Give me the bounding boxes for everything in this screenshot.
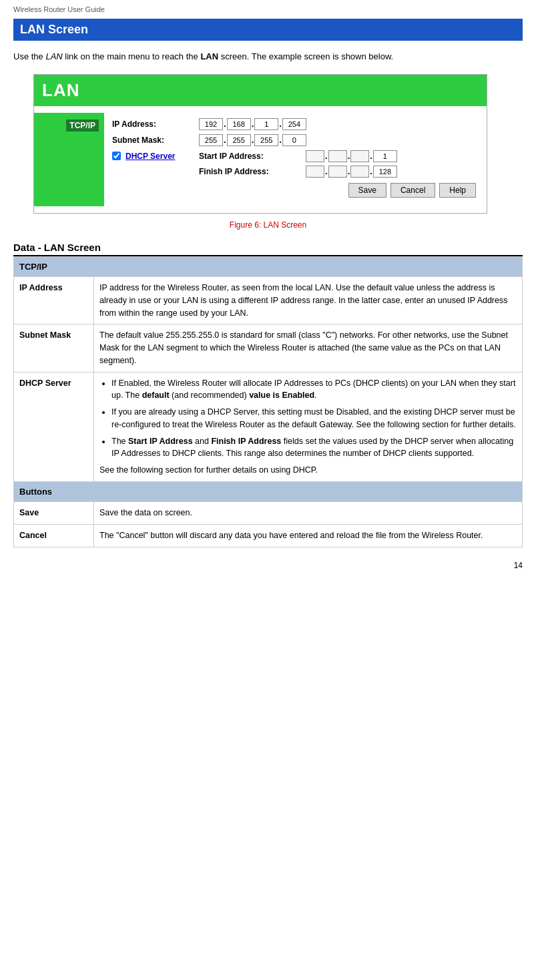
finish-ip-octet-1[interactable] xyxy=(306,166,324,178)
dhcp-server-label[interactable]: DHCP Server xyxy=(125,152,175,161)
ip-octet-1[interactable] xyxy=(199,118,223,130)
section-title: Data - LAN Screen xyxy=(13,242,523,256)
lan-form-area: IP Address: . . . Subnet Mask: . xyxy=(104,113,487,206)
buttons-group-header: Buttons xyxy=(14,481,523,502)
start-ip-octet-2[interactable] xyxy=(328,150,347,162)
subnet-octet-2[interactable] xyxy=(227,134,251,146)
subnet-mask-row: Subnet Mask: . . . xyxy=(112,134,479,146)
ip-address-row-content: IP address for the Wireless Router, as s… xyxy=(94,277,523,324)
tcpip-label-block: TCP/IP xyxy=(34,113,104,206)
finish-ip-label: Finish IP Address: xyxy=(199,167,306,176)
cancel-button[interactable]: Cancel xyxy=(390,183,435,198)
finish-ip-octet-4[interactable] xyxy=(373,166,397,178)
dhcp-server-row: DHCP Server Start IP Address: . . . xyxy=(112,150,479,178)
dhcp-server-row-label: DHCP Server xyxy=(14,372,94,481)
help-button[interactable]: Help xyxy=(439,183,476,198)
dhcp-bullet-3: The Start IP Address and Finish IP Addre… xyxy=(111,435,517,461)
start-ip-row: Start IP Address: . . . xyxy=(199,150,397,162)
dhcp-bullet-2: If you are already using a DHCP Server, … xyxy=(111,406,517,431)
subnet-octet-1[interactable] xyxy=(199,134,223,146)
dhcp-see-also: See the following section for further de… xyxy=(99,464,517,477)
lan-screen-mockup: LAN TCP/IP IP Address: . . . S xyxy=(33,74,487,214)
dhcp-checkbox[interactable] xyxy=(112,152,121,160)
dhcp-left-block: DHCP Server xyxy=(112,150,199,161)
start-ip-label: Start IP Address: xyxy=(199,152,306,161)
start-ip-octet-1[interactable] xyxy=(306,150,324,162)
subnet-mask-label: Subnet Mask: xyxy=(112,136,199,145)
tcp-ip-group-header: TCP/IP xyxy=(14,256,523,277)
ip-address-label: IP Address: xyxy=(112,119,199,129)
save-button[interactable]: Save xyxy=(348,183,386,198)
figure-caption: Figure 6: LAN Screen xyxy=(13,220,523,230)
button-row: Save Cancel Help xyxy=(112,183,479,198)
dhcp-bullet-1: If Enabled, the Wireless Router will all… xyxy=(111,377,517,403)
ip-octet-2[interactable] xyxy=(227,118,251,130)
subnet-mask-row-content: The default value 255.255.255.0 is stand… xyxy=(94,324,523,372)
ip-address-row-label: IP Address xyxy=(14,277,94,324)
subnet-octet-4[interactable] xyxy=(282,134,306,146)
start-ip-octet-4[interactable] xyxy=(373,150,397,162)
start-ip-octet-3[interactable] xyxy=(350,150,369,162)
lan-screen-header: LAN xyxy=(34,75,487,106)
finish-ip-row: Finish IP Address: . . . xyxy=(199,166,397,178)
finish-ip-octet-2[interactable] xyxy=(328,166,347,178)
ip-octet-3[interactable] xyxy=(254,118,278,130)
subnet-octet-3[interactable] xyxy=(254,134,278,146)
lan-screen-title: LAN xyxy=(42,80,79,101)
data-table: TCP/IP IP Address IP address for the Wir… xyxy=(13,256,523,547)
subnet-mask-row-label: Subnet Mask xyxy=(14,324,94,372)
page-title-bar: LAN Screen xyxy=(13,19,523,41)
doc-header: Wireless Router User Guide xyxy=(13,5,523,13)
subnet-mask-fields[interactable]: . . . xyxy=(199,134,306,146)
dhcp-server-row-content: If Enabled, the Wireless Router will all… xyxy=(94,372,523,481)
intro-paragraph: Use the LAN link on the main menu to rea… xyxy=(13,50,523,63)
tcpip-label: TCP/IP xyxy=(66,119,99,132)
ip-octet-4[interactable] xyxy=(282,118,306,130)
page-number: 14 xyxy=(13,561,523,570)
dhcp-bullet-list: If Enabled, the Wireless Router will all… xyxy=(111,377,517,461)
save-row-content: Save the data on screen. xyxy=(94,502,523,525)
save-row-label: Save xyxy=(14,502,94,525)
ip-address-fields[interactable]: . . . xyxy=(199,118,306,130)
finish-ip-inputs[interactable]: . . . xyxy=(306,166,397,178)
finish-ip-octet-3[interactable] xyxy=(350,166,369,178)
cancel-row-content: The "Cancel" button will discard any dat… xyxy=(94,525,523,547)
cancel-row-label: Cancel xyxy=(14,525,94,547)
dhcp-ip-fields: Start IP Address: . . . Fin xyxy=(199,150,397,178)
lan-screen-body: TCP/IP IP Address: . . . Subnet Mask: xyxy=(34,106,487,213)
start-ip-inputs[interactable]: . . . xyxy=(306,150,397,162)
ip-address-row: IP Address: . . . xyxy=(112,118,479,130)
